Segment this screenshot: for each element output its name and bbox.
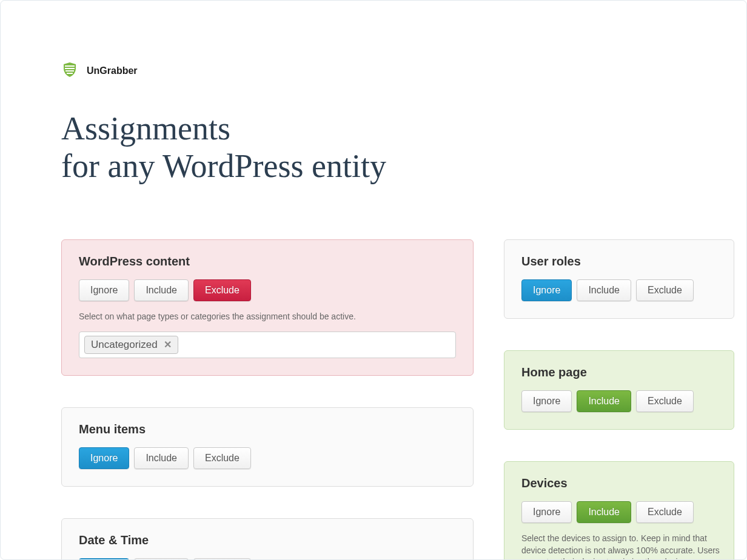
segmented-control: Ignore Include Exclude [521,279,694,301]
tag-input[interactable]: Uncategorized ✕ [79,332,456,358]
include-button[interactable]: Include [134,279,189,301]
ignore-button[interactable]: Ignore [521,390,572,412]
hint-text: Select the devices to assign to. Keep in… [521,533,722,560]
segmented-control: Ignore Include Exclude [521,501,694,523]
card-title: Devices [521,476,722,490]
page-title: Assignments for any WordPress entity [61,110,746,185]
brand-name: UnGrabber [87,65,138,76]
ignore-button[interactable]: Ignore [79,279,129,301]
segmented-control: Ignore Include Exclude [521,390,694,412]
ignore-button[interactable]: Ignore [79,447,129,469]
wordpress-content-card: WordPress content Ignore Include Exclude… [61,239,474,376]
tag-label: Uncategorized [91,339,158,351]
date-time-card: Date & Time Ignore Include Exclude [61,518,474,560]
include-button[interactable]: Include [577,279,631,301]
exclude-button[interactable]: Exclude [636,501,694,523]
card-title: Home page [521,365,722,379]
close-icon[interactable]: ✕ [164,339,172,350]
brand-header: UnGrabber [61,61,746,81]
card-title: Date & Time [79,533,456,547]
ignore-button[interactable]: Ignore [521,279,572,301]
exclude-button[interactable]: Exclude [193,447,251,469]
user-roles-card: User roles Ignore Include Exclude [504,239,734,319]
devices-card: Devices Ignore Include Exclude Select th… [504,461,734,560]
include-button[interactable]: Include [134,447,189,469]
include-button[interactable]: Include [577,501,631,523]
exclude-button[interactable]: Exclude [636,390,694,412]
include-button[interactable]: Include [577,390,631,412]
tag-uncategorized: Uncategorized ✕ [84,336,178,354]
card-title: User roles [521,255,722,268]
segmented-control: Ignore Include Exclude [79,279,251,301]
card-title: Menu items [79,422,456,436]
exclude-button[interactable]: Exclude [193,279,251,301]
card-title: WordPress content [79,255,456,268]
hint-text: Select on what page types or categories … [79,311,456,323]
ignore-button[interactable]: Ignore [521,501,572,523]
menu-items-card: Menu items Ignore Include Exclude [61,407,474,487]
shield-logo-icon [61,61,78,81]
home-page-card: Home page Ignore Include Exclude [504,350,734,430]
exclude-button[interactable]: Exclude [636,279,694,301]
segmented-control: Ignore Include Exclude [79,447,251,469]
